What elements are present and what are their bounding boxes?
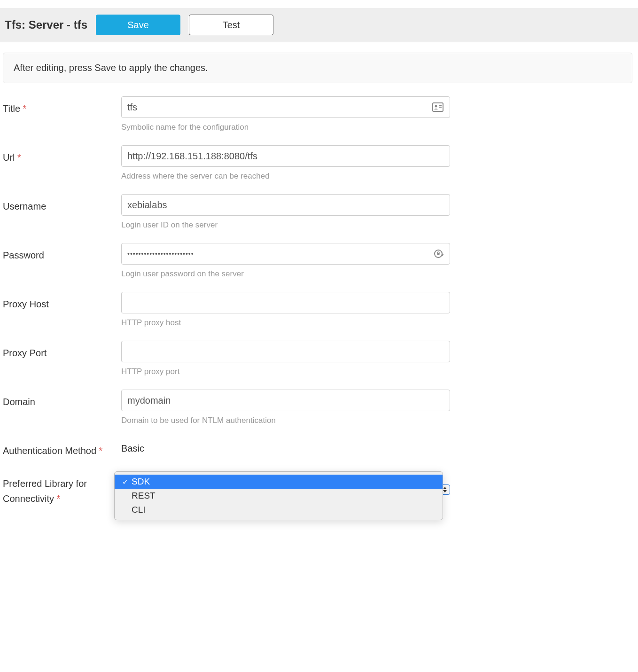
svg-rect-5 — [437, 253, 440, 255]
field-row-url: Url * Address where the server can be re… — [3, 145, 633, 181]
proxy-port-input[interactable] — [121, 341, 450, 362]
field-row-domain: Domain Domain to be used for NTLM authen… — [3, 390, 633, 425]
proxy-host-input[interactable] — [121, 292, 450, 313]
field-row-preferred-library: Preferred Library for Connectivity * ✓SD… — [3, 471, 633, 506]
field-label: Preferred Library for Connectivity * — [3, 471, 121, 506]
dropdown-option-cli[interactable]: CLI — [115, 503, 443, 517]
title-input[interactable] — [121, 96, 450, 118]
field-help: Symbolic name for the configuration — [121, 123, 450, 132]
field-label: Proxy Port — [3, 341, 121, 360]
svg-point-1 — [435, 105, 437, 108]
save-button[interactable]: Save — [96, 15, 180, 35]
required-marker: * — [17, 152, 21, 163]
dropdown-option-sdk[interactable]: ✓SDK — [115, 475, 443, 489]
required-marker: * — [23, 103, 27, 114]
info-panel: After editing, press Save to apply the c… — [3, 53, 632, 83]
check-icon: ✓ — [120, 477, 130, 486]
header-bar: Tfs: Server - tfs Save Test — [0, 8, 638, 42]
domain-input[interactable] — [121, 390, 450, 411]
field-row-proxy-host: Proxy Host HTTP proxy host — [3, 292, 633, 328]
required-marker: * — [99, 445, 103, 456]
field-label: Proxy Host — [3, 292, 121, 312]
preferred-library-dropdown[interactable]: ✓SDKRESTCLI — [114, 471, 443, 520]
dropdown-option-label: SDK — [132, 477, 150, 487]
field-label: Password — [3, 243, 121, 263]
field-help: Address where the server can be reached — [121, 172, 450, 181]
field-label: Title * — [3, 96, 121, 116]
field-help: HTTP proxy port — [121, 367, 450, 376]
password-input[interactable] — [121, 243, 450, 265]
field-row-auth-method: Authentication Method * Basic — [3, 438, 633, 458]
field-help: Login user ID on the server — [121, 220, 450, 230]
field-row-password: Password Login user password on the serv… — [3, 243, 633, 279]
id-card-icon — [432, 102, 443, 112]
field-help: Domain to be used for NTLM authenticatio… — [121, 416, 450, 425]
field-row-username: Username Login user ID on the server — [3, 194, 633, 230]
required-marker: * — [57, 493, 61, 504]
field-label: Domain — [3, 390, 121, 409]
auth-method-value: Basic — [121, 438, 450, 454]
page-title: Tfs: Server - tfs — [5, 18, 87, 31]
field-help: Login user password on the server — [121, 269, 450, 279]
username-input[interactable] — [121, 194, 450, 216]
dropdown-option-label: CLI — [132, 505, 146, 515]
field-label: Authentication Method * — [3, 438, 121, 458]
dropdown-option-rest[interactable]: REST — [115, 489, 443, 503]
field-label: Url * — [3, 145, 121, 165]
url-input[interactable] — [121, 145, 450, 167]
field-help: HTTP proxy host — [121, 318, 450, 328]
config-form: Title * Symbolic name for the configurat… — [0, 96, 638, 538]
info-message: After editing, press Save to apply the c… — [14, 63, 208, 73]
field-row-title: Title * Symbolic name for the configurat… — [3, 96, 633, 132]
test-button[interactable]: Test — [189, 15, 273, 35]
field-label: Username — [3, 194, 121, 214]
lock-reset-icon[interactable] — [433, 249, 443, 259]
field-row-proxy-port: Proxy Port HTTP proxy port — [3, 341, 633, 376]
dropdown-option-label: REST — [132, 491, 156, 501]
